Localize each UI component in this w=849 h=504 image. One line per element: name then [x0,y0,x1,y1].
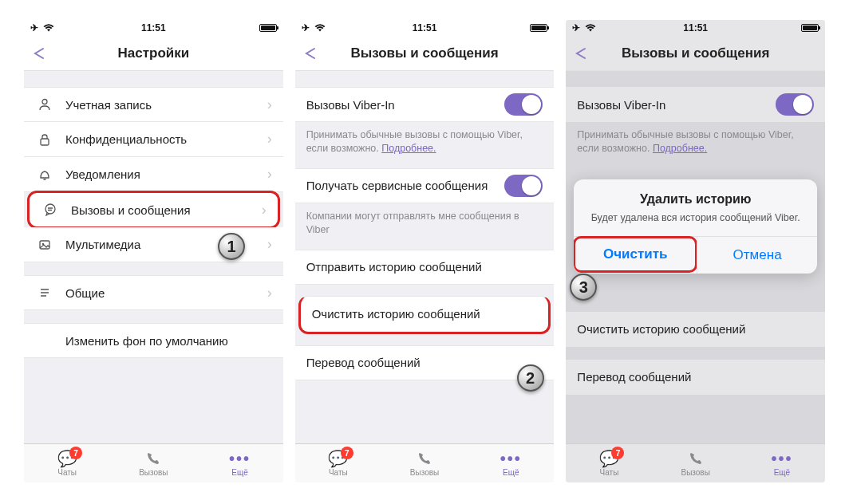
cell-label: Вызовы Viber-In [577,98,776,112]
setting-clear-history[interactable]: Очистить историю сообщений [298,296,551,334]
tab-bar: 7 💬 Чаты Вызовы ••• Ещё [566,443,825,482]
setting-viber-in[interactable]: Вызовы Viber-In [295,87,555,122]
setting-send-history[interactable]: Отправить историю сообщений [295,250,555,285]
tab-calls[interactable]: Вызовы [381,444,468,482]
cell-label: Очистить историю сообщений [312,307,538,321]
cell-label: Отправить историю сообщений [306,260,543,274]
toggle-switch[interactable] [504,93,543,116]
battery-icon [801,24,819,32]
settings-item-privacy[interactable]: Конфиденциальность › [24,122,283,157]
cell-label: Вызовы Viber-In [306,98,505,112]
setting-service-messages[interactable]: Получать сервисные сообщения [295,168,555,203]
tab-more[interactable]: ••• Ещё [196,444,282,482]
setting-clear-history: Очистить историю сообщений [566,312,825,347]
tab-label: Чаты [57,468,77,477]
nav-header: Вызовы и сообщения [566,36,825,71]
airplane-icon: ✈ [302,22,310,33]
settings-item-account[interactable]: Учетная запись › [24,87,283,122]
status-time: 11:51 [683,22,708,33]
svg-point-2 [45,204,55,214]
settings-item-change-background[interactable]: Изменить фон по умолчанию [24,323,283,358]
cell-label: Изменить фон по умолчанию [65,334,272,348]
learn-more-link[interactable]: Подробнее. [381,143,436,154]
setting-viber-in: Вызовы Viber-In [566,87,825,122]
cell-label: Перевод сообщений [577,370,814,384]
status-time: 11:51 [413,22,437,33]
cell-label: Перевод сообщений [306,356,543,369]
badge-count: 7 [611,447,624,459]
cell-label: Вызовы и сообщения [71,203,262,217]
settings-item-general[interactable]: Общие › [24,275,283,310]
airplane-icon: ✈ [30,22,38,33]
airplane-icon: ✈ [572,22,580,33]
wifi-icon [585,24,596,32]
phone-icon [688,451,704,467]
tab-label: Вызовы [410,468,439,477]
page-title: Вызовы и сообщения [350,45,498,61]
status-bar: ✈ 11:51 [566,20,825,36]
bell-icon [35,167,54,182]
phone-confirm-dialog: ✈ 11:51 Вызовы и сообщения Вызовы Viber-… [566,20,825,482]
status-time: 11:51 [141,22,166,33]
chevron-right-icon: › [267,285,272,301]
tab-label: Чаты [600,468,619,477]
clear-button[interactable]: Очистить [574,236,697,273]
status-bar: ✈ 11:51 [24,20,283,36]
svg-point-0 [42,100,47,104]
image-icon [35,238,54,252]
wifi-icon [314,24,326,32]
setting-description: Принимать обычные вызовы с помощью Viber… [295,122,555,156]
learn-more-link: Подробнее. [653,143,707,154]
cancel-button[interactable]: Отмена [697,237,817,274]
chevron-right-icon: › [262,202,267,219]
chat-icon [41,203,60,217]
cell-label: Учетная запись [65,98,267,112]
settings-item-calls-messages[interactable]: Вызовы и сообщения › [27,191,280,229]
tab-chats: 7 💬 Чаты [566,444,652,482]
cell-label: Уведомления [65,167,267,181]
toggle-switch[interactable] [504,175,543,197]
badge-count: 7 [341,447,353,459]
status-bar: ✈ 11:51 [295,20,555,36]
battery-icon [259,24,277,32]
chevron-right-icon: › [267,236,272,253]
setting-description: Принимать обычные вызовы с помощью Viber… [566,122,825,156]
cell-label: Конфиденциальность [65,132,267,146]
chevron-right-icon: › [267,96,272,113]
tab-label: Ещё [503,468,519,477]
tab-chats[interactable]: 7 💬 Чаты [295,444,381,482]
tab-more: ••• Ещё [739,444,825,482]
tab-bar: 7 💬 Чаты Вызовы ••• Ещё [24,443,283,482]
cell-label: Получать сервисные сообщения [306,179,505,192]
badge-count: 7 [69,447,82,459]
more-icon: ••• [229,451,251,467]
lock-icon [35,132,54,147]
battery-icon [530,24,547,32]
setting-translate[interactable]: Перевод сообщений [295,345,555,380]
setting-translate: Перевод сообщений [566,360,825,395]
tab-calls[interactable]: Вызовы [110,444,196,482]
more-icon: ••• [771,451,792,467]
back-button[interactable] [574,46,588,61]
cell-label: Очистить историю сообщений [577,322,814,336]
nav-header: Вызовы и сообщения [295,36,555,71]
step-marker-1: 1 [218,233,245,260]
page-title: Настройки [117,45,189,61]
cell-label: Общие [65,286,267,300]
tab-label: Вызовы [681,468,709,477]
settings-item-notifications[interactable]: Уведомления › [24,157,283,192]
phone-icon [145,451,161,467]
tab-more[interactable]: ••• Ещё [468,444,554,482]
back-button[interactable] [303,46,318,61]
tab-label: Чаты [329,468,348,477]
tab-chats[interactable]: 7 💬 Чаты [24,444,110,482]
back-button[interactable] [32,46,46,61]
page-title: Вызовы и сообщения [622,45,769,61]
wifi-icon [43,24,54,32]
phone-icon [417,451,432,467]
dialog-title: Удалить историю [588,192,803,207]
svg-rect-1 [41,139,49,145]
chevron-right-icon: › [267,166,272,183]
setting-description: Компании могут отправлять мне сообщения … [295,203,555,237]
list-icon [35,285,54,300]
